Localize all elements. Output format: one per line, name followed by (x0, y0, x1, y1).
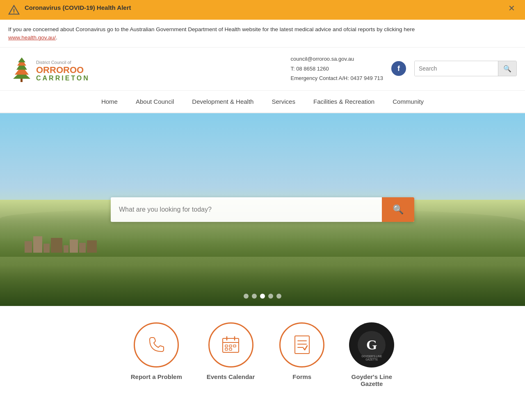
svg-rect-17 (225, 345, 228, 347)
nav-link-dev[interactable]: Development & Health (183, 91, 262, 112)
slide-dot-3[interactable] (260, 294, 265, 299)
quick-link-events[interactable]: Events Calendar (207, 322, 255, 387)
svg-rect-20 (225, 348, 228, 350)
hero-search-container: 🔍 (111, 197, 414, 222)
gazette-label: Goyder's LineGazette (352, 373, 392, 387)
emergency: Emergency Contact A/H: 0437 949 713 (291, 73, 383, 83)
quick-links-section: Report a Problem Events Calendar (0, 306, 525, 395)
nav-item-services[interactable]: Services (262, 91, 304, 112)
report-icon-circle (134, 322, 179, 368)
slide-dot-4[interactable] (268, 294, 273, 299)
hero-banner: 🔍 (0, 113, 525, 306)
quick-link-gazette[interactable]: G GOYDER'S LINE GAZETTE Goyder's LineGaz… (349, 322, 394, 387)
svg-rect-18 (229, 345, 232, 347)
gazette-subtitle: GOYDER'S LINE GAZETTE (356, 355, 387, 362)
alert-content: Coronavirus (COVID-19) Health Alert (25, 4, 507, 11)
contact-info: council@orroroo.sa.gov.au T: 08 8658 126… (291, 54, 383, 83)
forms-icon (291, 333, 313, 356)
header-search-input[interactable] (415, 61, 498, 76)
nav-link-facilities[interactable]: Facilities & Recreation (304, 91, 383, 112)
nav-item-dev[interactable]: Development & Health (183, 91, 262, 112)
nav-link-home[interactable]: Home (92, 91, 127, 112)
close-button[interactable]: ✕ (507, 4, 517, 12)
svg-rect-21 (229, 348, 232, 350)
slide-dot-5[interactable] (276, 294, 281, 299)
gazette-g-letter: G (366, 337, 377, 353)
svg-text:CARRIETON: CARRIETON (36, 75, 90, 82)
svg-rect-22 (295, 336, 309, 354)
svg-point-2 (14, 12, 14, 13)
hero-search-button[interactable]: 🔍 (382, 197, 414, 222)
report-label: Report a Problem (131, 373, 182, 380)
hero-search-box: 🔍 (111, 197, 414, 222)
calendar-icon (219, 333, 242, 356)
main-nav: Home About Council Development & Health … (0, 90, 525, 113)
alert-banner: Coronavirus (COVID-19) Health Alert ✕ (0, 0, 525, 20)
hero-search-input[interactable] (111, 197, 382, 222)
svg-marker-8 (18, 57, 25, 62)
svg-text:ORROROO: ORROROO (36, 65, 84, 75)
slide-dot-1[interactable] (244, 294, 249, 299)
logo-area: District Council of ORROROO CARRIETON (8, 52, 115, 85)
header-search-button[interactable]: 🔍 (498, 61, 516, 76)
forms-label: Forms (292, 373, 311, 380)
events-icon-circle (208, 322, 253, 368)
email: council@orroroo.sa.gov.au (291, 54, 383, 64)
slide-dots (244, 294, 281, 299)
nav-list: Home About Council Development & Health … (0, 91, 525, 112)
council-logo[interactable]: District Council of ORROROO CARRIETON (8, 52, 115, 85)
events-label: Events Calendar (207, 373, 255, 380)
nav-item-about[interactable]: About Council (127, 91, 183, 112)
town-silhouette (25, 236, 97, 253)
alert-body-text: If you are concerned about Coronavirus g… (8, 26, 415, 32)
header-search-box: 🔍 (414, 61, 517, 76)
facebook-link[interactable]: f (391, 61, 406, 76)
header: District Council of ORROROO CARRIETON co… (0, 48, 525, 90)
quick-link-report[interactable]: Report a Problem (131, 322, 182, 387)
nav-item-facilities[interactable]: Facilities & Recreation (304, 91, 383, 112)
quick-link-forms[interactable]: Forms (279, 322, 324, 387)
svg-rect-19 (233, 345, 236, 347)
phone-icon (145, 333, 168, 356)
alert-title: Coronavirus (COVID-19) Health Alert (25, 4, 131, 11)
alert-icon (8, 4, 20, 16)
nav-item-home[interactable]: Home (92, 91, 127, 112)
nav-link-about[interactable]: About Council (127, 91, 183, 112)
forms-icon-circle (279, 322, 324, 368)
header-right: council@orroroo.sa.gov.au T: 08 8658 126… (291, 54, 517, 83)
nav-link-services[interactable]: Services (262, 91, 304, 112)
svg-text:District Council of: District Council of (36, 60, 72, 65)
gazette-icon-circle: G GOYDER'S LINE GAZETTE (349, 322, 394, 368)
slide-dot-2[interactable] (252, 294, 257, 299)
nav-link-community[interactable]: Community (383, 91, 433, 112)
health-gov-link[interactable]: www.health.gov.au/ (8, 34, 56, 41)
phone: T: 08 8658 1260 (291, 64, 383, 73)
alert-body: If you are concerned about Coronavirus g… (0, 20, 525, 48)
nav-item-community[interactable]: Community (383, 91, 433, 112)
